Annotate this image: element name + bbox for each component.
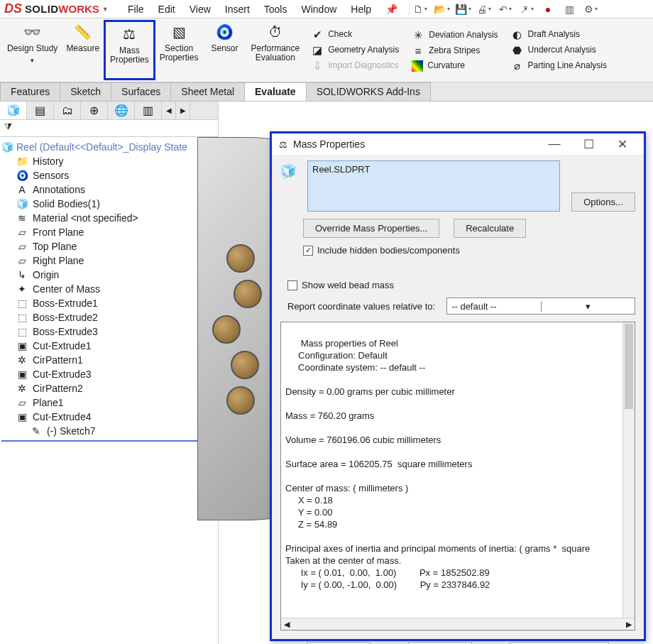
menu-insert[interactable]: Insert [218, 1, 257, 17]
tree-item-10[interactable]: ⬚Boss-Extrude1 [1, 296, 216, 310]
selection-field[interactable]: Reel.SLDPRT [307, 160, 560, 212]
tree-child-sketch7[interactable]: ✎ (-) Sketch7 [1, 424, 216, 438]
side-tabs-right-icon[interactable]: ▶ [176, 102, 190, 119]
close-icon[interactable]: ✕ [608, 137, 637, 152]
rebuild-icon[interactable]: ● [542, 3, 554, 16]
feature-tree-tab[interactable]: 🧊 [0, 102, 27, 119]
parting-line-button[interactable]: ⌀Parting Line Analysis [507, 58, 611, 74]
measure-button[interactable]: 📏 Measure [62, 20, 104, 80]
geometry-analysis-button[interactable]: ◪Geometry Analysis [307, 43, 403, 58]
tree-item-17[interactable]: ▱Plane1 [1, 395, 216, 410]
undercut-analysis-button[interactable]: ⬣Undercut Analysis [507, 43, 611, 58]
tree-root[interactable]: 🧊 Reel (Default<<Default>_Display State [1, 140, 216, 154]
menu-edit[interactable]: Edit [151, 1, 182, 17]
menu-file[interactable]: File [121, 1, 151, 17]
import-diagnostics-icon: ⇩ [311, 60, 324, 72]
measure-label: Measure [66, 44, 99, 53]
tree-item-5[interactable]: ▱Front Plane [1, 225, 216, 239]
tree-item-0[interactable]: 📁History [1, 154, 216, 168]
measure-icon: 📏 [74, 23, 92, 41]
tree-item-11[interactable]: ⬚Boss-Extrude2 [1, 310, 216, 324]
tree-item-1[interactable]: 🧿Sensors [1, 168, 216, 182]
select-icon[interactable]: ⭷▾ [520, 3, 533, 16]
logo-dropdown-icon[interactable]: ▼ [102, 6, 109, 13]
design-study-label: Design Study [7, 44, 57, 53]
deviation-analysis-button[interactable]: ✳Deviation Analysis [407, 28, 502, 43]
tree-item-12[interactable]: ⬚Boss-Extrude3 [1, 324, 216, 339]
check-button[interactable]: ✔Check [307, 27, 403, 43]
coord-system-value: -- default -- [447, 301, 540, 312]
settings-icon[interactable]: ⚙▾ [584, 3, 597, 16]
menu-view[interactable]: View [182, 1, 218, 17]
new-icon[interactable]: 🗋▾ [414, 3, 427, 16]
tree-item-14[interactable]: ✲CirPattern1 [1, 353, 216, 367]
tab-sketch[interactable]: Sketch [60, 82, 111, 101]
tree-item-6[interactable]: ▱Top Plane [1, 239, 216, 253]
results-textbox[interactable]: Mass properties of Reel Configuration: D… [280, 322, 635, 631]
tab-sheet-metal[interactable]: Sheet Metal [170, 82, 245, 101]
tree-item-2[interactable]: AAnnotations [1, 182, 216, 197]
show-weld-checkbox[interactable]: Show weld bead mass [280, 280, 635, 290]
undo-icon[interactable]: ↶▾ [499, 3, 512, 16]
tree-item-8[interactable]: ↳Origin [1, 268, 216, 282]
tree-item-18[interactable]: ▣Cut-Extrude4 [1, 410, 216, 424]
parting-icon: ⌀ [511, 60, 524, 72]
tree-item-icon: ▱ [16, 241, 28, 252]
include-hidden-checkbox[interactable]: ✓ Include hidden bodies/components [280, 245, 635, 256]
tree-item-13[interactable]: ▣Cut-Extrude1 [1, 339, 216, 353]
tab-addins[interactable]: SOLIDWORKS Add-Ins [306, 82, 431, 101]
pin-icon[interactable]: 📌 [378, 1, 405, 17]
menu-help[interactable]: Help [344, 1, 378, 17]
zebra-stripes-button[interactable]: ≡Zebra Stripes [407, 43, 502, 59]
import-diagnostics-button[interactable]: ⇩Import Diagnostics [307, 58, 403, 74]
menubar: DS SOLIDWORKS ▼ File Edit View Insert To… [0, 0, 653, 18]
maximize-icon[interactable]: ☐ [574, 137, 603, 152]
menu-tools[interactable]: Tools [257, 1, 295, 17]
tree-item-9[interactable]: ✦Center of Mass [1, 282, 216, 296]
recalculate-button[interactable]: Recalculate [454, 219, 526, 238]
sensor-button[interactable]: 🧿 Sensor [202, 20, 246, 80]
tab-evaluate[interactable]: Evaluate [244, 82, 307, 101]
tab-features[interactable]: Features [0, 82, 60, 101]
tree-item-4[interactable]: ≋Material <not specified> [1, 211, 216, 225]
coord-system-dropdown[interactable]: -- default -- ▾ [446, 298, 635, 315]
tree-rollback-bar[interactable] [1, 440, 216, 442]
tab-surfaces[interactable]: Surfaces [111, 82, 171, 101]
appearances-tab[interactable]: ▥ [135, 102, 162, 119]
tree-filter[interactable]: ⧩ [0, 120, 218, 137]
results-vscroll[interactable] [622, 322, 635, 618]
draft-icon: ◐ [511, 28, 524, 41]
options-icon[interactable]: ▥ [563, 3, 576, 16]
override-mass-properties-button[interactable]: Override Mass Properties... [303, 219, 439, 238]
tree-item-icon: 🧊 [16, 198, 28, 209]
display-manager-tab[interactable]: 🌐 [108, 102, 135, 119]
mass-properties-button[interactable]: ⚖ Mass Properties [104, 20, 155, 80]
tree-item-label: History [33, 155, 64, 167]
tree-item-16[interactable]: ✲CirPattern2 [1, 381, 216, 395]
tree-item-7[interactable]: ▱Right Plane [1, 253, 216, 268]
tree-item-label: CirPattern2 [33, 383, 83, 394]
menu-window[interactable]: Window [294, 1, 344, 17]
options-button[interactable]: Options... [571, 192, 635, 212]
section-properties-button[interactable]: ▧ Section Properties [155, 20, 203, 80]
print-icon[interactable]: 🖨▾ [478, 3, 490, 16]
performance-eval-label: Performance Evaluation [251, 44, 300, 62]
performance-eval-button[interactable]: ⏱ Performance Evaluation [246, 20, 304, 80]
open-icon[interactable]: 📂▾ [435, 3, 448, 16]
tree-item-3[interactable]: 🧊Solid Bodies(1) [1, 197, 216, 211]
curvature-label: Curvature [427, 61, 465, 70]
property-manager-tab[interactable]: ▤ [27, 102, 54, 119]
configuration-tab[interactable]: 🗂 [54, 102, 81, 119]
curvature-button[interactable]: Curvature [407, 59, 502, 73]
sketch-icon: ✎ [30, 425, 43, 437]
tree-item-label: Top Plane [33, 241, 77, 252]
results-hscroll[interactable]: ◀▶ [281, 618, 635, 630]
draft-analysis-button[interactable]: ◐Draft Analysis [507, 27, 611, 43]
minimize-icon[interactable]: — [540, 137, 569, 151]
tree-item-15[interactable]: ▣Cut-Extrude3 [1, 367, 216, 381]
side-tabs-left-icon[interactable]: ◀ [162, 102, 176, 119]
tree-item-icon: ▱ [16, 397, 28, 408]
design-study-button[interactable]: 👓 Design Study ▾ [3, 20, 62, 80]
dimxpert-tab[interactable]: ⊕ [81, 102, 108, 119]
save-icon[interactable]: 💾▾ [456, 3, 469, 16]
